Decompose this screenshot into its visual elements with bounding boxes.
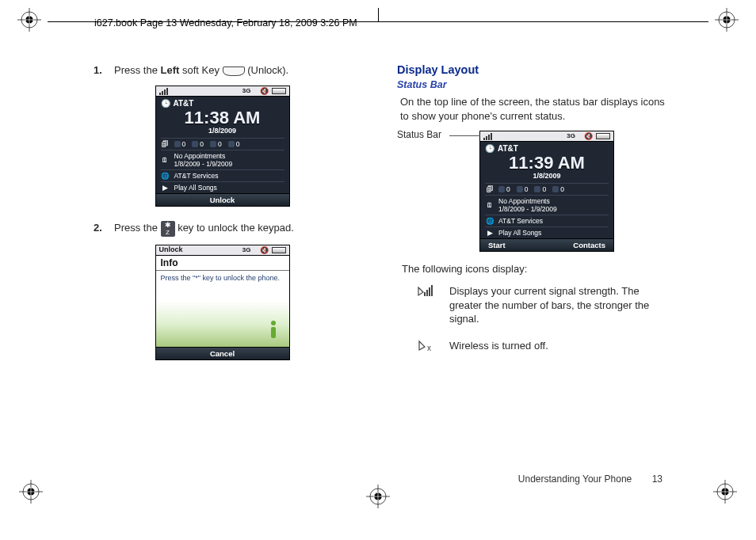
right-column: Display Layout Status Bar On the top lin… — [397, 63, 670, 492]
icon-description: Wireless is turned off. — [449, 339, 670, 353]
clock-icon: 🕒 — [485, 144, 494, 153]
count: 0 — [218, 140, 222, 148]
crop-tick — [378, 8, 379, 21]
count-icon — [210, 141, 216, 147]
date-range: 1/8/2009 - 1/9/2009 — [498, 205, 557, 213]
icon-row-wireless-off: x Wireless is turned off. — [416, 339, 670, 359]
svg-rect-25 — [426, 290, 428, 296]
count: 0 — [506, 185, 510, 193]
step-number: 2. — [94, 221, 114, 237]
speaker-icon: 🔇 — [260, 87, 269, 95]
icons-intro-text: The following icons display: — [402, 263, 670, 275]
network-3g: 3G — [567, 132, 575, 139]
songs-label: Play All Songs — [174, 184, 217, 192]
network-3g: 3G — [242, 246, 251, 253]
music-icon: ▶ — [161, 184, 170, 192]
songs-label: Play All Songs — [498, 229, 541, 237]
page-number: 13 — [652, 473, 662, 485]
calendar-icon: 🗓 — [485, 201, 494, 209]
count: 0 — [525, 185, 529, 193]
count: 0 — [542, 185, 546, 193]
softkey-left: Start — [488, 241, 506, 249]
subheading-status-bar: Status Bar — [397, 79, 670, 90]
icon-description: Displays your current signal strength. T… — [449, 284, 670, 326]
step-text: Press the key to unlock the keypad. — [114, 221, 359, 237]
svg-rect-16 — [164, 89, 166, 95]
softkey-bar: Cancel — [156, 347, 289, 359]
svg-text:x: x — [427, 344, 431, 352]
softkey-bar: StartContacts — [480, 238, 613, 251]
crop-mark-icon — [17, 8, 41, 34]
signal-strength-icon — [416, 284, 433, 302]
screenshot-2: Unlock 3G 🔇 Info Press the "*" key to un… — [86, 245, 359, 360]
music-icon: ▶ — [485, 229, 494, 237]
speaker-icon: 🔇 — [584, 132, 593, 140]
count: 0 — [200, 140, 204, 148]
info-body: Press the "*" key to unlock the phone. — [156, 271, 289, 347]
info-message: Press the "*" key to unlock the phone. — [156, 271, 289, 285]
battery-icon — [596, 133, 610, 139]
crop-mark-icon — [715, 8, 739, 34]
home-screen: 🕒AT&T 11:38 AM 1/8/2009 🗐0000 🗓No Appoin… — [156, 97, 289, 193]
crop-mark-icon — [713, 480, 737, 506]
info-icon — [265, 320, 281, 340]
softkey-right: Contacts — [573, 241, 605, 249]
crop-mark-icon — [366, 485, 390, 511]
screenshot-1: 3G 🔇 🕒AT&T 11:38 AM 1/8/2009 🗐0000 🗓No A… — [86, 86, 359, 207]
step-1: 1. Press the Left soft Key (Unlock). — [86, 63, 359, 78]
softkey-center: Cancel — [210, 349, 235, 358]
calendar-icon: 🗓 — [161, 156, 170, 164]
step-number: 1. — [94, 63, 114, 78]
paragraph: On the top line of the screen, the statu… — [400, 95, 670, 123]
phone-mock: 3G 🔇 🕒AT&T 11:39 AM 1/8/2009 🗐0000 🗓No A… — [479, 131, 614, 252]
count-icon — [498, 186, 505, 192]
time-display: 11:38 AM — [161, 109, 284, 127]
svg-rect-20 — [483, 138, 485, 140]
softkey-bar: Unlock — [156, 193, 289, 206]
svg-rect-15 — [162, 91, 163, 95]
page-content: 1. Press the Left soft Key (Unlock). 3G … — [86, 63, 670, 492]
count-icon — [552, 186, 559, 192]
info-dialog: Info Press the "*" key to unlock the pho… — [156, 256, 289, 347]
count-icon — [228, 141, 235, 147]
appointments-label: No Appointments — [498, 197, 557, 205]
globe-icon: 🌐 — [161, 172, 170, 180]
svg-rect-22 — [488, 135, 490, 140]
bold: Left — [161, 64, 180, 76]
date-display: 1/8/2009 — [161, 127, 284, 135]
mail-icon: 🗐 — [161, 140, 170, 148]
svg-rect-23 — [491, 133, 492, 140]
text: Press the — [114, 222, 161, 234]
svg-point-18 — [271, 321, 276, 325]
count-icon — [174, 141, 181, 147]
left-column: 1. Press the Left soft Key (Unlock). 3G … — [86, 63, 359, 492]
globe-icon: 🌐 — [485, 217, 494, 225]
info-heading: Info — [156, 256, 289, 271]
battery-icon — [272, 88, 286, 94]
section-title: Understanding Your Phone — [518, 473, 632, 485]
text: (Unlock). — [245, 64, 289, 76]
battery-icon — [272, 247, 286, 253]
svg-rect-24 — [424, 292, 426, 296]
network-3g: 3G — [242, 87, 251, 94]
svg-rect-27 — [431, 285, 433, 296]
phone-mock: Unlock 3G 🔇 Info Press the "*" key to un… — [155, 245, 290, 360]
text: soft Key — [179, 64, 222, 76]
services-label: AT&T Services — [174, 172, 219, 180]
svg-rect-19 — [271, 327, 276, 338]
clock-icon: 🕒 — [161, 99, 170, 108]
count: 0 — [560, 185, 564, 193]
callout-label: Status Bar — [397, 129, 441, 140]
status-bar: 3G 🔇 — [480, 131, 613, 142]
svg-rect-17 — [166, 88, 168, 95]
crop-mark-icon — [19, 480, 43, 506]
step-2: 2. Press the key to unlock the keypad. — [86, 221, 359, 237]
carrier-label: AT&T — [174, 99, 194, 108]
count-icon — [192, 141, 198, 147]
step-text: Press the Left soft Key (Unlock). — [114, 63, 359, 78]
status-bar: 3G 🔇 — [156, 86, 289, 97]
date-range: 1/8/2009 - 1/9/2009 — [174, 160, 233, 168]
page-footer: Understanding Your Phone 13 — [518, 473, 662, 485]
text: key to unlock the keypad. — [175, 222, 294, 234]
mail-icon: 🗐 — [485, 185, 494, 193]
